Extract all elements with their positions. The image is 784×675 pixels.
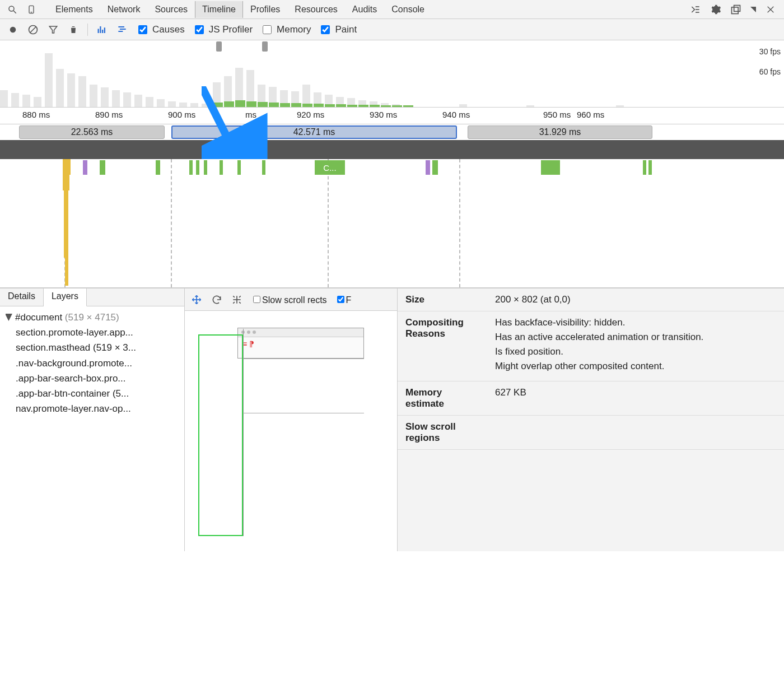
- memory-checkbox[interactable]: Memory: [260, 24, 311, 36]
- tab-audits[interactable]: Audits: [345, 1, 384, 18]
- console-toggle-icon[interactable]: [690, 4, 701, 15]
- tree-item[interactable]: nav.promote-layer.nav-op...: [6, 401, 179, 416]
- svg-point-0: [9, 6, 14, 11]
- flame-event[interactable]: [541, 160, 560, 175]
- paint-checkbox[interactable]: Paint: [319, 24, 357, 36]
- flame-event[interactable]: C...: [315, 160, 345, 175]
- flame-event[interactable]: [189, 160, 193, 175]
- filter-icon[interactable]: [47, 24, 59, 36]
- tab-network[interactable]: Network: [100, 1, 148, 18]
- flame-event[interactable]: [648, 160, 652, 175]
- flame-event[interactable]: [196, 160, 199, 175]
- tab-elements[interactable]: Elements: [48, 1, 100, 18]
- tab-console[interactable]: Console: [384, 1, 432, 18]
- svg-rect-18: [102, 30, 103, 33]
- frame-block[interactable]: 22.563 ms: [19, 125, 165, 139]
- flame-event[interactable]: [83, 160, 87, 175]
- preview-rule: [243, 359, 364, 359]
- flame-chart[interactable]: C...: [0, 159, 784, 288]
- waterfall-view-icon[interactable]: [116, 24, 128, 36]
- flame-event[interactable]: [204, 160, 207, 175]
- causes-checkbox[interactable]: Causes: [136, 24, 185, 36]
- close-icon[interactable]: [765, 4, 776, 15]
- preview-toolbar: Slow scroll rects F: [185, 288, 397, 311]
- layer-properties: Size 200 × 802 (at 0,0) Compositing Reas…: [398, 288, 784, 551]
- tree-item[interactable]: section.masthead (519 × 3...: [6, 340, 179, 355]
- frame-boundary: [459, 159, 460, 287]
- time-ruler[interactable]: 880 ms890 ms900 msms920 ms930 ms940 ms95…: [0, 108, 784, 124]
- preview-rule: [243, 413, 364, 413]
- clear-icon[interactable]: [27, 24, 39, 36]
- prop-row-memory: Memory estimate 627 KB: [398, 381, 784, 416]
- frame-boundary: [328, 159, 329, 287]
- range-grip-left[interactable]: [216, 41, 222, 52]
- flame-event[interactable]: [262, 160, 265, 175]
- svg-rect-21: [120, 29, 126, 30]
- svg-point-12: [10, 26, 16, 32]
- frames-strip[interactable]: 22.563 ms42.571 ms31.929 ms: [0, 124, 784, 141]
- search-icon[interactable]: [7, 4, 18, 15]
- jsprofiler-label: JS Profiler: [209, 24, 253, 35]
- slow-scroll-checkbox[interactable]: Slow scroll rects: [251, 294, 327, 305]
- svg-rect-8: [734, 5, 740, 11]
- ruler-tick: 920 ms: [297, 110, 324, 119]
- timeline-toolbar: Causes JS Profiler Memory Paint: [0, 19, 784, 40]
- second-preview-checkbox[interactable]: F: [335, 294, 352, 305]
- record-icon[interactable]: [7, 24, 19, 36]
- prop-value: 627 KB: [487, 381, 784, 416]
- flame-event[interactable]: [643, 160, 646, 175]
- svg-line-1: [13, 11, 16, 13]
- paint-label: Paint: [335, 24, 357, 35]
- prop-row-slow-scroll: Slow scroll regions: [398, 416, 784, 450]
- layers-tree[interactable]: ▶#document (519 × 4715) section.promote-…: [0, 306, 184, 420]
- reset-view-icon[interactable]: [231, 294, 243, 306]
- caret-down-icon: ▶: [6, 314, 17, 321]
- flame-event[interactable]: [100, 160, 105, 175]
- prop-key: Slow scroll regions: [398, 416, 487, 450]
- pan-icon[interactable]: [190, 294, 203, 306]
- prop-value: [487, 416, 784, 450]
- frame-block[interactable]: 31.929 ms: [468, 125, 652, 139]
- range-grip-right[interactable]: [262, 41, 268, 52]
- flame-event[interactable]: [220, 160, 223, 175]
- tree-root-dims: (519 × 4715): [65, 312, 119, 323]
- flame-event[interactable]: [237, 160, 241, 175]
- tab-sources[interactable]: Sources: [147, 1, 195, 18]
- thumbnail-hamburger-icon: ≡ ⁋: [238, 337, 363, 351]
- dock-caret-icon[interactable]: [750, 4, 756, 15]
- svg-line-14: [30, 27, 36, 32]
- tab-timeline[interactable]: Timeline: [195, 1, 243, 18]
- layers-tree-panel: DetailsLayers ▶#document (519 × 4715) se…: [0, 288, 185, 551]
- tree-item[interactable]: .nav-background.promote...: [6, 356, 179, 371]
- tree-item[interactable]: .app-bar-btn-container (5...: [6, 386, 179, 401]
- tab-resources[interactable]: Resources: [287, 1, 344, 18]
- tree-item[interactable]: section.promote-layer.app...: [6, 325, 179, 340]
- dark-separator: [0, 141, 784, 159]
- rotate-icon[interactable]: [211, 294, 223, 306]
- prop-key: Size: [398, 288, 487, 311]
- flame-event[interactable]: [426, 160, 430, 175]
- frame-block[interactable]: 42.571 ms: [171, 125, 457, 139]
- dock-icon[interactable]: [730, 4, 741, 15]
- jsprofiler-checkbox[interactable]: JS Profiler: [193, 24, 253, 36]
- slow-scroll-label: Slow scroll rects: [262, 295, 327, 305]
- ruler-tick: 960 ms: [577, 110, 604, 119]
- svg-rect-19: [104, 27, 105, 33]
- svg-marker-15: [49, 26, 57, 33]
- tree-root[interactable]: ▶#document (519 × 4715): [6, 310, 179, 325]
- flame-view-icon[interactable]: [96, 24, 108, 36]
- ruler-tick: 890 ms: [95, 110, 123, 119]
- flame-event[interactable]: [156, 160, 160, 175]
- device-icon[interactable]: [26, 4, 37, 15]
- flame-event[interactable]: [432, 160, 438, 175]
- layer-preview[interactable]: ≡ ⁋: [185, 311, 397, 551]
- details-tab-layers[interactable]: Layers: [44, 288, 87, 306]
- overview-chart[interactable]: 30 fps 60 fps: [0, 40, 784, 108]
- gear-icon[interactable]: [710, 4, 721, 15]
- tab-profiles[interactable]: Profiles: [243, 1, 287, 18]
- tree-item[interactable]: .app-bar-search-box.pro...: [6, 371, 179, 386]
- svg-rect-16: [98, 29, 99, 33]
- garbage-icon[interactable]: [67, 24, 80, 36]
- details-tab-details[interactable]: Details: [0, 288, 44, 306]
- ruler-tick: 930 ms: [370, 110, 397, 119]
